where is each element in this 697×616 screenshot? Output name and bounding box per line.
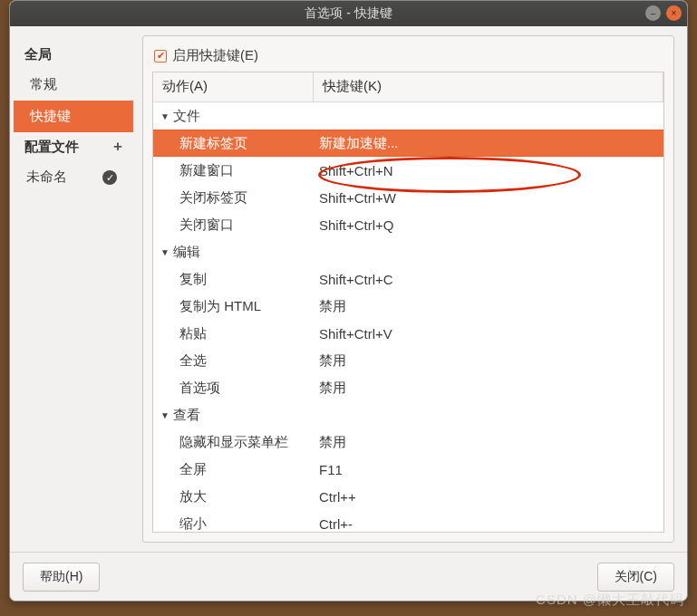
column-shortcut[interactable]: 快捷键(K) — [314, 72, 663, 101]
chevron-down-icon: ▼ — [160, 111, 171, 121]
watermark: CSDN @懒大王敲代码 — [536, 592, 684, 609]
sidebar-item-general[interactable]: 常规 — [14, 69, 133, 101]
sidebar-heading-profiles: 配置文件 + — [14, 132, 133, 161]
close-button[interactable]: 关闭(C) — [597, 563, 674, 592]
table-row[interactable]: 隐藏和显示菜单栏 禁用 — [153, 428, 663, 456]
check-icon: ✔ — [157, 51, 165, 61]
sidebar-item-label: 未命名 — [26, 168, 67, 186]
table-header: 动作(A) 快捷键(K) — [153, 72, 663, 102]
window-title: 首选项 - 快捷键 — [305, 5, 392, 22]
default-profile-icon: ✓ — [102, 170, 117, 185]
sidebar: 全局 常规 快捷键 配置文件 + 未命名 ✓ — [14, 35, 133, 543]
table-row[interactable]: 复制为 HTML 禁用 — [153, 293, 663, 320]
table-row[interactable]: 新建窗口 Shift+Ctrl+N — [153, 157, 663, 184]
column-action[interactable]: 动作(A) — [153, 72, 314, 101]
group-view[interactable]: ▼查看 — [153, 401, 663, 428]
table-row[interactable]: 粘贴 Shift+Ctrl+V — [153, 320, 663, 347]
main-panel: ✔ 启用快捷键(E) 动作(A) 快捷键(K) ▼文件 新建标签页 新建加速键.… — [142, 35, 674, 543]
enable-shortcuts-checkbox[interactable]: ✔ — [154, 50, 167, 63]
table-row[interactable]: 全选 禁用 — [153, 347, 663, 374]
add-profile-icon[interactable]: + — [113, 138, 122, 156]
chevron-down-icon: ▼ — [160, 247, 171, 257]
sidebar-item-label: 快捷键 — [30, 108, 71, 123]
sidebar-item-shortcuts[interactable]: 快捷键 — [14, 101, 133, 132]
table-row[interactable]: 关闭标签页 Shift+Ctrl+W — [153, 184, 663, 211]
window-buttons: – × — [645, 5, 682, 21]
titlebar: 首选项 - 快捷键 – × — [10, 1, 687, 26]
table-row[interactable]: 关闭窗口 Shift+Ctrl+Q — [153, 211, 663, 238]
enable-shortcuts-label: 启用快捷键(E) — [172, 47, 258, 64]
table-row[interactable]: 放大 Ctrl++ — [153, 483, 663, 510]
content-area: 全局 常规 快捷键 配置文件 + 未命名 ✓ ✔ 启用快捷键(E) 动作(A) … — [10, 26, 687, 543]
table-row[interactable]: 复制 Shift+Ctrl+C — [153, 265, 663, 293]
sidebar-heading-global: 全局 — [14, 41, 133, 69]
group-edit[interactable]: ▼编辑 — [153, 238, 663, 265]
close-window-button[interactable]: × — [666, 5, 682, 21]
sidebar-item-label: 常规 — [30, 76, 57, 91]
shortcuts-table: 动作(A) 快捷键(K) ▼文件 新建标签页 新建加速键... 新建窗口 Shi… — [152, 72, 664, 533]
group-file[interactable]: ▼文件 — [153, 102, 663, 130]
chevron-down-icon: ▼ — [160, 410, 171, 420]
sidebar-heading-label: 配置文件 — [24, 139, 79, 156]
table-row[interactable]: 首选项 禁用 — [153, 374, 663, 401]
table-row[interactable]: 新建标签页 新建加速键... — [153, 130, 663, 157]
table-row[interactable]: 全屏 F11 — [153, 456, 663, 483]
preferences-window: 首选项 - 快捷键 – × 全局 常规 快捷键 配置文件 + 未命名 ✓ ✔ 启… — [9, 0, 688, 602]
minimize-button[interactable]: – — [645, 5, 661, 21]
enable-shortcuts-row[interactable]: ✔ 启用快捷键(E) — [152, 45, 664, 72]
sidebar-item-profile-unnamed[interactable]: 未命名 ✓ — [14, 161, 133, 193]
table-row[interactable]: 缩小 Ctrl+- — [153, 510, 663, 533]
help-button[interactable]: 帮助(H) — [23, 563, 100, 592]
